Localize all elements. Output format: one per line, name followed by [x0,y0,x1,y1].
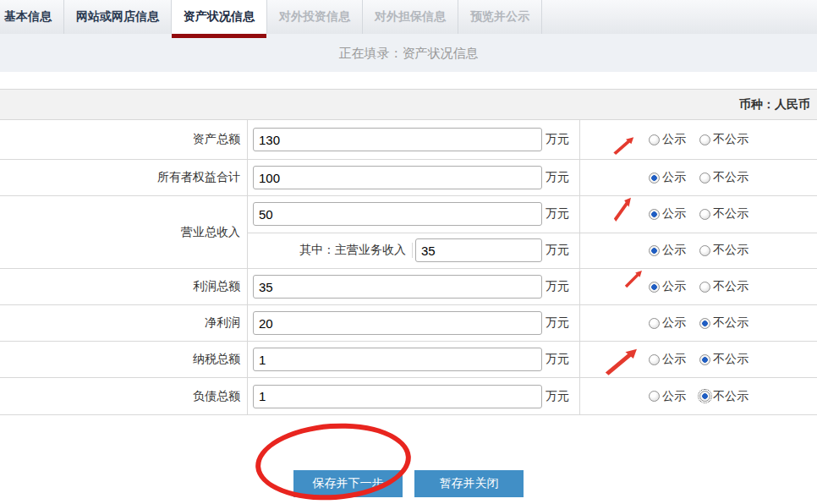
radio-not-public[interactable] [699,354,710,365]
unit-label: 万元 [546,132,569,147]
sub-row-label: 其中：主营业务收入 [248,243,413,258]
radio-public-label: 公示 [662,279,686,294]
table-row-total-liabilities: 负债总额 万元 公示 不公示 [0,378,817,414]
radio-not-public[interactable] [699,173,710,184]
radio-public-label: 公示 [662,132,686,147]
total-tax-input[interactable] [253,348,542,371]
unit-label: 万元 [546,352,569,367]
radio-public-label: 公示 [662,352,686,367]
table-row-total-profit: 利润总额 万元 公示 不公示 [0,269,817,305]
total-liabilities-input[interactable] [253,385,542,408]
radio-public-label: 公示 [662,206,686,222]
unit-label: 万元 [546,389,569,404]
radio-not-public-label: 不公示 [713,389,748,404]
total-revenue-input[interactable] [253,202,542,226]
currency-header: 币种：人民币 [0,90,817,120]
row-label: 利润总额 [0,269,248,304]
radio-public[interactable] [649,282,660,293]
tab-preview-and-publish: 预览并公示 [458,0,542,34]
table-row-net-profit: 净利润 万元 公示 不公示 [0,305,817,342]
radio-public[interactable] [649,245,660,256]
asset-status-form-page: 基本信息 网站或网店信息 资产状况信息 对外投资信息 对外担保信息 预览并公示 … [0,0,817,504]
radio-not-public[interactable] [699,391,710,402]
tab-bar-filler [542,0,817,34]
tab-bar: 基本信息 网站或网店信息 资产状况信息 对外投资信息 对外担保信息 预览并公示 [0,0,817,34]
row-label: 纳税总额 [0,342,248,377]
current-section-status-text: 正在填录：资产状况信息 [0,34,817,72]
table-row-owner-equity: 所有者权益合计 万元 公示 不公示 [0,160,817,196]
radio-public[interactable] [649,354,660,365]
tab-external-guarantee-info: 对外担保信息 [363,0,458,34]
tab-basic-info[interactable]: 基本信息 [0,0,64,34]
total-revenue-subrow: 万元 公示 不公示 [248,196,817,233]
radio-not-public-label: 不公示 [713,279,748,294]
tab-asset-status-info[interactable]: 资产状况信息 [172,0,267,34]
unit-label: 万元 [546,315,569,331]
main-business-revenue-subrow: 其中：主营业务收入 万元 公示 不公示 [248,233,817,269]
row-label: 营业总收入 [0,196,248,268]
radio-not-public[interactable] [699,134,710,145]
unit-label: 万元 [546,206,569,222]
row-label: 负债总额 [0,378,248,414]
form-button-bar: 保存并下一步 暂存并关闭 [0,470,817,497]
radio-public[interactable] [649,318,660,329]
radio-not-public-label: 不公示 [713,132,748,147]
owner-equity-input[interactable] [253,166,542,189]
radio-public[interactable] [649,209,660,220]
row-label: 资产总额 [0,120,248,159]
radio-not-public[interactable] [699,245,710,256]
table-row-total-revenue: 营业总收入 万元 公示 不公示 其中：主营业务收入 [0,196,817,269]
radio-public-label: 公示 [662,170,686,185]
unit-label: 万元 [546,243,569,258]
tab-website-info[interactable]: 网站或网店信息 [64,0,172,34]
save-draft-and-close-button[interactable]: 暂存并关闭 [414,470,524,497]
radio-not-public-label: 不公示 [713,170,748,185]
radio-public-label: 公示 [662,243,686,258]
net-profit-input[interactable] [253,311,542,335]
radio-not-public-label: 不公示 [713,243,748,258]
radio-not-public[interactable] [699,282,710,293]
row-label: 净利润 [0,305,248,341]
asset-status-table: 币种：人民币 资产总额 万元 公示 不公示 所有者权益合计 万元 公示 不公示 [0,89,817,415]
total-profit-input[interactable] [253,275,542,299]
radio-not-public[interactable] [699,318,710,329]
radio-not-public[interactable] [699,209,710,220]
radio-public[interactable] [649,391,660,402]
row-label: 所有者权益合计 [0,160,248,195]
radio-public[interactable] [649,134,660,145]
unit-label: 万元 [546,279,569,294]
table-row-total-assets: 资产总额 万元 公示 不公示 [0,120,817,160]
unit-label: 万元 [546,170,569,185]
table-row-total-tax: 纳税总额 万元 公示 不公示 [0,342,817,378]
radio-not-public-label: 不公示 [713,352,748,367]
radio-not-public-label: 不公示 [713,206,748,222]
tab-external-investment-info: 对外投资信息 [267,0,363,34]
total-assets-input[interactable] [253,128,542,151]
save-and-next-button[interactable]: 保存并下一步 [293,470,403,497]
radio-not-public-label: 不公示 [713,315,748,331]
radio-public-label: 公示 [662,389,686,404]
radio-public-label: 公示 [662,315,686,331]
main-business-revenue-input[interactable] [415,238,542,262]
radio-public[interactable] [649,173,660,184]
